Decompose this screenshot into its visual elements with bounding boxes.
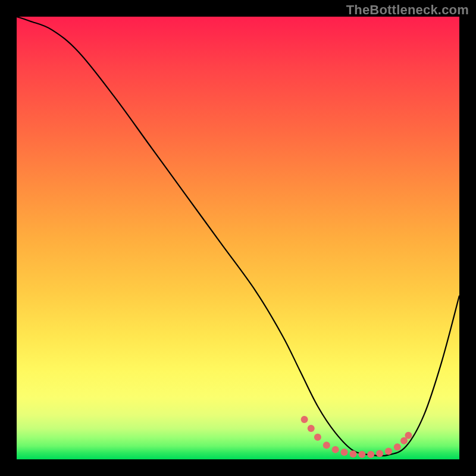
marker-dot xyxy=(358,451,365,458)
marker-dot xyxy=(323,441,330,449)
marker-dot xyxy=(367,451,374,458)
marker-dot xyxy=(314,434,321,441)
marker-dot xyxy=(385,448,392,455)
marker-dot xyxy=(394,443,401,450)
marker-dot xyxy=(308,425,315,432)
marker-dot xyxy=(332,446,339,453)
marker-dot xyxy=(405,432,412,439)
marker-dot xyxy=(349,450,356,458)
marker-dot xyxy=(301,416,308,423)
bottleneck-curve xyxy=(17,17,459,456)
marker-dot xyxy=(341,449,348,456)
chart-area xyxy=(17,17,459,459)
watermark-text: TheBottleneck.com xyxy=(346,2,469,18)
marker-dot xyxy=(376,450,383,457)
chart-svg xyxy=(17,17,459,459)
